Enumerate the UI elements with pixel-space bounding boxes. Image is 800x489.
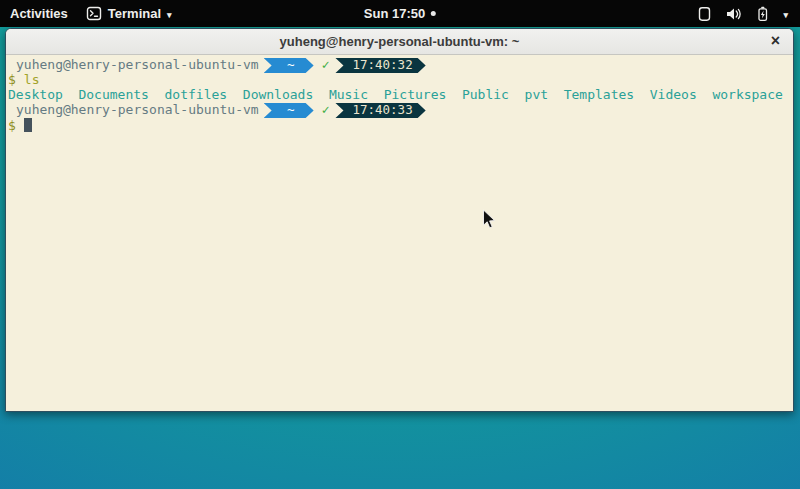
battery-charging-icon (755, 6, 770, 22)
prompt-user: yuheng@henry-personal-ubuntu-vm (16, 103, 259, 118)
powerline-path-segment: ~ (264, 103, 314, 118)
window-titlebar[interactable]: yuheng@henry-personal-ubuntu-vm: ~ × (6, 29, 793, 55)
prompt-line: yuheng@henry-personal-ubuntu-vm ~ ✓ 17:4… (8, 103, 793, 118)
terminal-content[interactable]: yuheng@henry-personal-ubuntu-vm ~ ✓ 17:4… (6, 55, 793, 410)
prompt-char: $ (8, 118, 16, 133)
command-text: ls (24, 72, 40, 87)
clock-label: Sun 17:50 (364, 6, 425, 21)
powerline-path-segment: ~ (264, 58, 314, 73)
mouse-cursor (482, 209, 497, 230)
volume-icon (725, 6, 742, 22)
system-menu-button[interactable]: ▾ (697, 0, 800, 27)
notification-dot (431, 11, 436, 16)
activities-button[interactable]: Activities (10, 6, 68, 21)
prompt-line: yuheng@henry-personal-ubuntu-vm ~ ✓ 17:4… (8, 58, 793, 73)
command-line: $ls (8, 73, 793, 88)
prompt-time: 17:40:33 (352, 103, 412, 118)
status-check-icon: ✓ (322, 58, 330, 73)
window-title: yuheng@henry-personal-ubuntu-vm: ~ (280, 34, 520, 49)
app-menu-label: Terminal (108, 6, 161, 21)
ls-output-line: Desktop Documents dotfiles Downloads Mus… (8, 88, 793, 103)
terminal-app-icon (86, 6, 102, 21)
prompt-path: ~ (287, 58, 295, 73)
terminal-cursor (24, 118, 32, 132)
top-bar: Activities Terminal ▾ Sun 17:50 (0, 0, 800, 27)
status-check-icon: ✓ (322, 103, 330, 118)
prompt-path: ~ (287, 103, 295, 118)
terminal-window: yuheng@henry-personal-ubuntu-vm: ~ × yuh… (5, 28, 794, 412)
close-button[interactable]: × (771, 33, 780, 49)
display-icon (697, 6, 712, 22)
app-menu-terminal[interactable]: Terminal ▾ (86, 6, 172, 21)
clock-button[interactable]: Sun 17:50 (364, 0, 436, 27)
chevron-down-icon: ▾ (167, 10, 172, 20)
input-line[interactable]: $ (8, 118, 793, 133)
powerline-time-segment: 17:40:32 (335, 58, 425, 73)
prompt-char: $ (8, 72, 16, 87)
prompt-time: 17:40:32 (352, 58, 412, 73)
prompt-user: yuheng@henry-personal-ubuntu-vm (16, 58, 259, 73)
chevron-down-icon: ▾ (783, 10, 788, 20)
powerline-time-segment: 17:40:33 (335, 103, 425, 118)
